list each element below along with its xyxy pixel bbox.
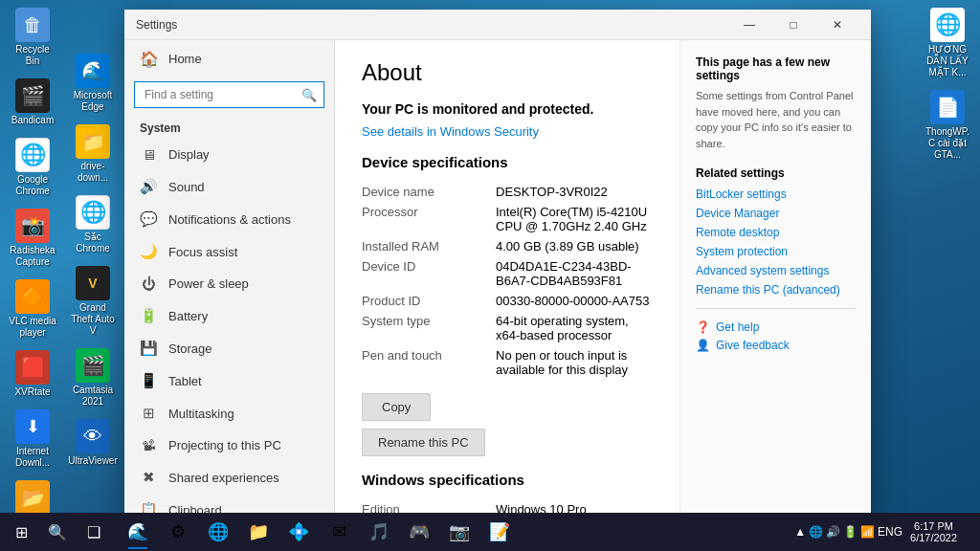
desktop-icon-bandicam[interactable]: 🎬 Bandicam <box>5 76 60 129</box>
desktop-icon-ultraviewer[interactable]: 👁 UltraViewer <box>65 416 121 470</box>
search-button[interactable]: 🔍 <box>40 515 75 549</box>
home-label: Home <box>168 52 202 66</box>
sound-icon: 🔊 <box>140 178 157 195</box>
tablet-icon: 📱 <box>140 372 157 389</box>
desktop-icon-capture[interactable]: 📸 Radisheka Capture <box>5 206 60 271</box>
sidebar-item-tablet[interactable]: 📱 Tablet <box>124 364 334 397</box>
sidebar-item-battery[interactable]: 🔋 Battery <box>124 299 334 332</box>
desktop-icons-right: 🌐 HƯỚNG DẪN LẤY MẶT K... 📄 ThongWP.C cài… <box>920 5 975 164</box>
close-button[interactable]: ✕ <box>815 10 859 40</box>
right-panel-notice: This page has a few new settings <box>696 55 856 82</box>
table-row: Installed RAM4.00 GB (3.89 GB usable) <box>362 236 653 256</box>
search-box: 🔍 <box>134 81 324 108</box>
related-title: Related settings <box>696 166 856 180</box>
taskbar-app-store[interactable]: 💠 <box>279 515 318 549</box>
desktop-icon-xvrtate[interactable]: 🟥 XVRtate <box>5 347 60 401</box>
sidebar-item-storage[interactable]: 💾 Storage <box>124 332 334 364</box>
window-titlebar: Settings — □ ✕ <box>124 10 871 40</box>
table-row: ProcessorIntel(R) Core(TM) i5-4210U CPU … <box>362 202 653 236</box>
desktop-icon-chrome[interactable]: 🌐 Google Chrome <box>5 135 60 200</box>
taskbar-arrow[interactable]: ▲ <box>794 525 806 539</box>
notifications-icon: 💬 <box>140 210 157 228</box>
taskbar-app-edge[interactable]: 🌊 <box>119 515 157 549</box>
sidebar-item-multitasking[interactable]: ⊞ Multitasking <box>124 397 334 430</box>
sidebar-item-display[interactable]: 🖥 Display <box>124 139 334 170</box>
focus-icon: 🌙 <box>140 243 157 260</box>
desktop-icon-thongwp[interactable]: 📄 ThongWP.C cài đặt GTA... <box>920 87 975 164</box>
sidebar-item-shared[interactable]: ✖ Shared experiences <box>124 461 334 494</box>
projecting-icon: 📽 <box>140 437 157 453</box>
start-button[interactable]: ⊞ <box>4 515 38 549</box>
table-row: Product ID00330-80000-00000-AA753 <box>362 291 653 311</box>
related-link[interactable]: Advanced system settings <box>696 264 856 277</box>
sidebar-item-projecting[interactable]: 📽 Projecting to this PC <box>124 430 334 461</box>
settings-sidebar: 🏠 Home 🔍 System 🖥 Display 🔊 Sound <box>124 40 335 517</box>
window-body: 🏠 Home 🔍 System 🖥 Display 🔊 Sound <box>124 40 871 517</box>
feedback-icon: 👤 <box>696 339 710 352</box>
sidebar-item-sound[interactable]: 🔊 Sound <box>124 170 334 203</box>
desktop-icon-chrome-right[interactable]: 🌐 HƯỚNG DẪN LẤY MẶT K... <box>920 5 975 81</box>
get-help-link[interactable]: ❓ Get help <box>696 320 856 334</box>
desktop-icon-recycle[interactable]: 🗑 Recycle Bin <box>5 5 60 70</box>
maximize-button[interactable]: □ <box>771 10 815 40</box>
minimize-button[interactable]: — <box>727 10 771 40</box>
related-link[interactable]: Remote desktop <box>696 226 856 239</box>
taskbar-app-spotify[interactable]: 🎵 <box>360 515 398 549</box>
sidebar-label-multitasking: Multitasking <box>168 407 234 421</box>
right-panel-description: Some settings from Control Panel have mo… <box>696 88 856 151</box>
taskbar: ⊞ 🔍 ❑ 🌊 ⚙ 🌐 📁 💠 ✉ 🎵 🎮 📷 📝 ▲ 🌐 🔊 🔋 📶 ENG <box>0 513 980 551</box>
taskbar-lang[interactable]: ENG <box>878 525 902 539</box>
desktop-icon-vlc[interactable]: 🔶 VLC media player <box>5 276 60 342</box>
windows-section-title: Windows specifications <box>362 472 653 488</box>
main-content: About Your PC is monitored and protected… <box>335 40 679 517</box>
related-link[interactable]: Device Manager <box>696 207 856 220</box>
sidebar-item-power[interactable]: ⏻ Power & sleep <box>124 268 334 299</box>
taskbar-app-game[interactable]: 🎮 <box>400 515 438 549</box>
sidebar-label-shared: Shared experiences <box>168 471 279 485</box>
sidebar-home[interactable]: 🏠 Home <box>124 40 334 77</box>
taskbar-app-settings[interactable]: ⚙ <box>159 515 197 549</box>
search-icon: 🔍 <box>301 88 317 102</box>
sidebar-item-notifications[interactable]: 💬 Notifications & actions <box>124 203 334 235</box>
related-link[interactable]: System protection <box>696 245 856 258</box>
right-panel: This page has a few new settings Some se… <box>679 40 871 517</box>
desktop-icon-drive[interactable]: 📁 drive-down... <box>65 121 121 187</box>
taskbar-time-text: 6:17 PM <box>914 520 953 532</box>
table-row: Device ID04D4DA1E-C234-43BD-B6A7-CDB4AB5… <box>362 256 653 291</box>
taskbar-app-camera[interactable]: 📷 <box>440 515 479 549</box>
device-section-title: Device specifications <box>362 154 653 170</box>
desktop-icons-left: 🗑 Recycle Bin 🎬 Bandicam 🌐 Google Chrome… <box>5 5 60 551</box>
page-title: About <box>362 59 653 86</box>
desktop-icon-idm[interactable]: ⬇ Internet Downl... <box>5 407 60 472</box>
table-row: Pen and touchNo pen or touch input is av… <box>362 345 653 380</box>
taskbar-app-notepad[interactable]: 📝 <box>480 515 519 549</box>
taskbar-clock[interactable]: 6:17 PM 6/17/2022 <box>906 520 961 543</box>
taskbar-network-icon: 🌐 <box>809 525 823 539</box>
taskbar-app-file[interactable]: 📁 <box>239 515 278 549</box>
sidebar-label-projecting: Projecting to this PC <box>168 438 281 452</box>
desktop-icon-gta[interactable]: V Grand Theft Auto V <box>65 263 121 340</box>
taskbar-date-text: 6/17/2022 <box>910 532 957 543</box>
taskbar-app-chrome[interactable]: 🌐 <box>199 515 237 549</box>
taskbar-left: ⊞ 🔍 ❑ <box>0 515 115 549</box>
sidebar-label-battery: Battery <box>168 309 208 323</box>
task-view-button[interactable]: ❑ <box>77 515 111 549</box>
related-link[interactable]: BitLocker settings <box>696 187 856 201</box>
sidebar-item-focus[interactable]: 🌙 Focus assist <box>124 235 334 268</box>
desktop-icon-camtasia[interactable]: 🎬 Camtasia 2021 <box>65 345 121 410</box>
related-link[interactable]: Rename this PC (advanced) <box>696 283 856 297</box>
help-icon: ❓ <box>696 320 710 334</box>
desktop-icon-edge[interactable]: 🌊 Microsoft Edge <box>65 51 121 116</box>
search-input[interactable] <box>134 81 324 108</box>
copy-button[interactable]: Copy <box>362 393 431 421</box>
desktop-icons-left-2: 🌊 Microsoft Edge 📁 drive-down... 🌐 Sắc C… <box>65 5 121 470</box>
security-link[interactable]: See details in Windows Security <box>362 124 539 139</box>
sidebar-section-header: System <box>124 116 334 139</box>
taskbar-apps: 🌊 ⚙ 🌐 📁 💠 ✉ 🎵 🎮 📷 📝 <box>115 515 787 549</box>
taskbar-wifi-icon: 📶 <box>860 525 875 539</box>
feedback-link[interactable]: 👤 Give feedback <box>696 339 856 352</box>
taskbar-app-mail[interactable]: ✉ <box>320 515 358 549</box>
desktop-icon-chrome2[interactable]: 🌐 Sắc Chrome <box>65 192 121 257</box>
rename-button[interactable]: Rename this PC <box>362 429 485 456</box>
table-row: Device nameDESKTOP-3VR0I22 <box>362 182 653 202</box>
